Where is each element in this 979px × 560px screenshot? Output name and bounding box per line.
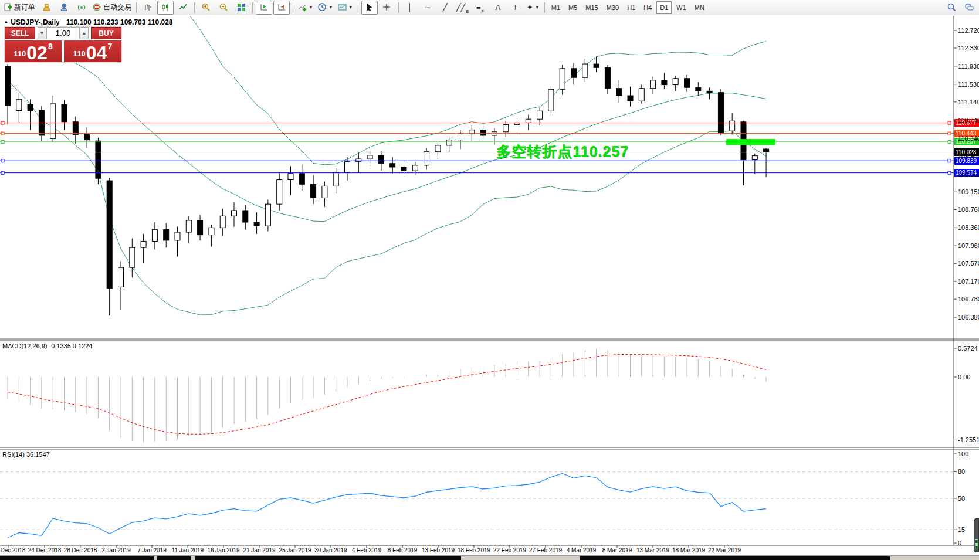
candle-bearish xyxy=(662,80,667,85)
candle-bearish xyxy=(605,67,610,88)
arrow-up-icon: ▲ xyxy=(82,30,87,36)
candle-bearish xyxy=(764,149,769,152)
date-axis-label: 30 Jan 2019 xyxy=(314,547,347,554)
candle-bearish xyxy=(84,134,90,140)
volume-down-button[interactable]: ▼ xyxy=(38,27,46,39)
date-axis-label: 8 Mar 2019 xyxy=(602,547,632,554)
candle-bullish xyxy=(435,145,441,152)
collapse-arrow-icon[interactable]: ▲ xyxy=(4,19,9,25)
candle-bullish xyxy=(730,121,735,131)
candle-bullish xyxy=(277,180,282,205)
price-axis-label: 112.330 xyxy=(958,45,979,52)
background-window-edge xyxy=(580,556,890,560)
candle-bullish xyxy=(16,99,22,110)
candle-bearish xyxy=(164,229,169,240)
candle-bullish xyxy=(752,156,757,160)
sell-button[interactable]: SELL xyxy=(5,27,35,39)
candle-bullish xyxy=(367,155,372,159)
candle-bullish xyxy=(345,162,350,173)
rsi-indicator-label: RSI(14) 36.1547 xyxy=(2,451,50,458)
line-handle[interactable] xyxy=(1,159,4,162)
candle-bearish xyxy=(480,130,486,135)
candle-bearish xyxy=(616,89,622,96)
rsi-axis-label: 15 xyxy=(958,526,965,533)
candle-bullish xyxy=(639,89,644,101)
candle-bearish xyxy=(198,220,203,235)
macd-indicator-label: MACD(12,26,9) -0.1335 0.1224 xyxy=(2,342,92,349)
candle-bearish xyxy=(299,174,304,185)
mt4-window: 新订单自动交易▼▼▼│─╱╱╱E≡FAT✦▼M1M5M15M30H1H4D1W1… xyxy=(0,0,979,560)
candle-bullish xyxy=(560,69,565,89)
price-axis-label: 107.570 xyxy=(958,260,979,267)
candle-bullish xyxy=(673,79,678,85)
buy-price-big: 04 xyxy=(86,45,107,60)
line-handle[interactable] xyxy=(1,121,4,124)
line-handle[interactable] xyxy=(948,140,951,143)
line-handle[interactable] xyxy=(948,121,951,124)
trade-controls-row: SELL ▼ 1.00 ▲ BUY xyxy=(5,27,121,39)
macd-pane xyxy=(8,349,766,443)
line-handle[interactable] xyxy=(1,132,4,135)
volume-up-button[interactable]: ▲ xyxy=(80,27,89,39)
rsi-line xyxy=(8,474,766,538)
date-axis-label: 27 Feb 2019 xyxy=(529,547,562,554)
arrow-down-icon: ▼ xyxy=(40,30,45,36)
candle-bearish xyxy=(73,122,78,135)
candle-bearish xyxy=(243,211,248,222)
candle-bearish xyxy=(571,69,577,77)
candle-bearish xyxy=(696,87,701,91)
date-axis-label: 24 Dec 2018 xyxy=(28,547,62,554)
rsi-pane xyxy=(0,471,954,538)
candle-bearish xyxy=(62,104,67,121)
candle-bullish xyxy=(141,241,146,247)
ohlc-readout: 110.100 110.233 109.703 110.028 xyxy=(66,18,173,26)
price-axis-label: 110.340 xyxy=(958,135,979,142)
volume-input[interactable]: 1.00 xyxy=(46,27,80,39)
price-axis-label: 110.740 xyxy=(958,117,979,124)
candle-bullish xyxy=(186,220,191,232)
candle-bearish xyxy=(628,96,633,101)
date-axis-label: 7 Jan 2019 xyxy=(137,547,167,554)
candle-bullish xyxy=(333,172,338,186)
price-axis-label: 106.780 xyxy=(958,296,979,303)
price-axis-label: 109.150 xyxy=(958,188,979,195)
buy-button[interactable]: BUY xyxy=(91,27,121,39)
candle-bearish xyxy=(401,167,406,171)
candle-bearish xyxy=(254,222,259,226)
candle-bearish xyxy=(378,155,384,164)
price-axis-label: 111.140 xyxy=(958,99,979,106)
candle-bearish xyxy=(390,164,395,167)
buy-price-main: 110 xyxy=(73,49,86,58)
line-handle[interactable] xyxy=(1,140,4,143)
candle-bullish xyxy=(152,229,157,241)
line-handle[interactable] xyxy=(948,132,951,135)
candle-bullish xyxy=(322,186,327,198)
background-window-strip xyxy=(0,555,979,560)
macd-axis-label: -1.2551 xyxy=(958,436,979,443)
candle-bullish xyxy=(232,211,237,216)
date-axis-label: 21 Jan 2019 xyxy=(243,547,275,554)
price-axis-label: 108.760 xyxy=(958,206,979,213)
sell-price-sup: 8 xyxy=(48,42,53,51)
collapsed-side-panel[interactable] xyxy=(974,518,979,552)
date-axis-label: 13 Feb 2019 xyxy=(422,547,455,554)
candle-bullish xyxy=(582,64,588,77)
line-handle[interactable] xyxy=(948,159,951,162)
date-axis-label: 18 Mar 2019 xyxy=(672,547,705,554)
candle-bearish xyxy=(5,66,11,106)
sell-price-big: 02 xyxy=(26,45,48,60)
candle-bearish xyxy=(685,79,690,87)
date-axis-label: 2 Jan 2019 xyxy=(101,547,131,554)
background-window-edge xyxy=(195,556,461,560)
buy-price-display[interactable]: 110 04 7 xyxy=(64,40,121,62)
sell-price-main: 110 xyxy=(13,49,26,58)
line-handle[interactable] xyxy=(948,171,951,174)
date-axis-label: 16 Jan 2019 xyxy=(207,547,239,554)
date-axis-label: 28 Dec 2018 xyxy=(64,547,97,554)
date-axis-label: 18 Feb 2019 xyxy=(458,547,490,554)
sell-price-display[interactable]: 110 02 8 xyxy=(5,40,62,62)
background-window-edge xyxy=(0,556,154,560)
candle-bearish xyxy=(107,181,112,289)
line-handle[interactable] xyxy=(1,171,4,174)
chart-text-annotation[interactable]: 多空转折点110.257 xyxy=(496,142,629,161)
